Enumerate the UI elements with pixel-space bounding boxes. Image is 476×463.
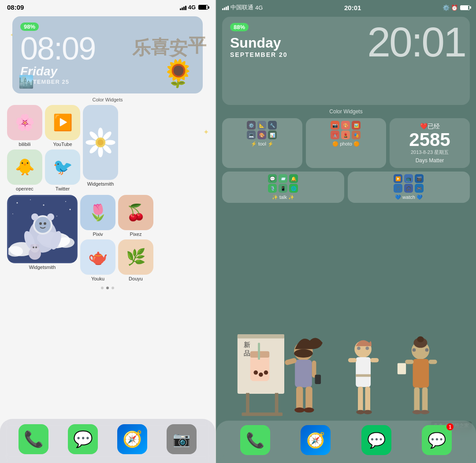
days-matter-widget[interactable]: ❤️已经 2585 2013-8-23 星期五 Days Matter <box>390 118 470 168</box>
svg-point-26 <box>31 213 38 220</box>
youtube-label: YouTube <box>53 142 72 147</box>
svg-point-60 <box>294 407 305 413</box>
widgetsmith2-label: Widgetsmith <box>29 265 56 270</box>
settings-icon-right: ⚙️ <box>443 4 450 11</box>
folder-watch-label: 💙 watch 💙 <box>395 194 423 200</box>
tool-app-6: 📊 <box>268 131 277 139</box>
photo-app-4: ✂️ <box>331 131 339 139</box>
svg-rect-70 <box>365 387 370 412</box>
battery-badge-right: 88% <box>230 23 249 31</box>
folder-photo-grid: 📷 🎨 🖼️ ✂️ 💄 🎭 <box>331 121 361 139</box>
svg-rect-78 <box>413 359 429 388</box>
tool-app-3: 🔧 <box>268 121 277 130</box>
folder-photo[interactable]: 📷 🎨 🖼️ ✂️ 💄 🎭 🟠 photo 🟠 <box>306 118 386 168</box>
folder-talk-grid: 💬 📨 🔔 🎙️ 📱 🌐 <box>268 174 299 193</box>
openrec-label: openrec <box>16 186 33 191</box>
app-openrec[interactable]: 🐥 openrec <box>7 149 42 191</box>
svg-point-28 <box>39 222 42 225</box>
signal-icon-right <box>222 5 229 10</box>
dot-2-active <box>106 287 109 289</box>
app-widgetsmith2[interactable]: Widgetsmith <box>7 195 78 270</box>
clock-widget-right: 88% 20:01 Sunday SEPTEMBER 20 <box>222 17 470 105</box>
pixiv-icon[interactable]: 🌷 <box>80 195 115 230</box>
app-pixiv[interactable]: 🌷 Pixiv <box>80 195 115 237</box>
app-youku[interactable]: 🫖 Youku <box>80 239 115 281</box>
talk-app-1: 💬 <box>268 174 277 183</box>
youku-icon[interactable]: 🫖 <box>80 239 115 275</box>
watch-app-6: 🎮 <box>415 184 424 193</box>
photo-app-5: 💄 <box>341 131 350 139</box>
svg-point-77 <box>425 348 429 352</box>
app-pixez[interactable]: 🍒 Pixez <box>118 195 153 237</box>
folder-watch[interactable]: ▶️ 📺 🎬 🎵 🎧 🎮 💙 watch 💙 <box>348 172 470 203</box>
talk-app-2: 📨 <box>279 174 287 183</box>
watch-app-2: 📺 <box>404 174 413 183</box>
dock-safari[interactable]: 🧭 <box>117 424 147 454</box>
dock-safari-right[interactable]: 🧭 <box>301 425 331 455</box>
pixez-icon[interactable]: 🍒 <box>118 195 153 230</box>
dock-wechat-right[interactable]: 💬 <box>361 425 391 455</box>
tool-app-2: 📐 <box>257 121 266 130</box>
openrec-icon[interactable]: 🐥 <box>7 149 42 185</box>
photo-app-3: 🖼️ <box>352 121 361 130</box>
svg-text:品: 品 <box>244 349 250 357</box>
svg-point-72 <box>364 410 372 414</box>
twitter-icon[interactable]: 🐦 <box>45 149 80 185</box>
app-douyu[interactable]: 🌿 Douyu <box>118 239 153 281</box>
watch-app-3: 🎬 <box>415 174 424 183</box>
carrier-info: 中国联通 4G <box>222 4 263 11</box>
svg-point-11 <box>16 202 18 203</box>
bilibili-label: bilibili <box>19 142 31 147</box>
app-row-1: 🌸 bilibili 🐥 openrec ▶️ YouTube 🐦 Twitte… <box>0 105 215 191</box>
time-left: 08:09 <box>7 4 24 11</box>
days-count: 2585 <box>409 131 450 149</box>
status-icons-left: 4G <box>180 4 208 11</box>
douyu-icon[interactable]: 🌿 <box>118 239 153 275</box>
day-right: Sunday <box>230 35 462 51</box>
widgetsmith-large-icon[interactable] <box>83 105 118 180</box>
talk-app-4: 🎙️ <box>268 184 277 193</box>
right-status-icons: ⚙️ ⏰ <box>443 4 470 11</box>
watch-app-1: ▶️ <box>394 174 402 183</box>
svg-point-48 <box>264 370 268 375</box>
dock-messages-right-wrap: 💬 1 <box>422 425 452 455</box>
tool-app-1: ⚙️ <box>247 121 256 130</box>
folder-talk[interactable]: 💬 📨 🔔 🎙️ 📱 🌐 ✨ talk ✨ <box>222 172 344 203</box>
tool-app-4: 💻 <box>247 131 256 139</box>
widgetsmith2-icon[interactable] <box>7 195 78 263</box>
date-right: SEPTEMBER 20 <box>230 51 462 58</box>
battery-badge-left: 98% <box>20 22 39 31</box>
dock-phone[interactable]: 📞 <box>19 424 48 454</box>
dock-camera[interactable]: 📷 <box>167 424 197 454</box>
svg-rect-58 <box>296 387 303 410</box>
folder-tool[interactable]: ⚙️ 📐 🔧 💻 🎨 📊 ⚡ tool ⚡ <box>222 118 302 168</box>
app-bilibili[interactable]: 🌸 bilibili <box>7 105 42 147</box>
svg-point-17 <box>56 216 57 217</box>
battery-icon-right <box>460 5 470 10</box>
folder-tool-label: ⚡ tool ⚡ <box>251 141 274 147</box>
bilibili-icon[interactable]: 🌸 <box>7 105 42 140</box>
folder-watch-grid: ▶️ 📺 🎬 🎵 🎧 🎮 <box>394 174 424 193</box>
app-youtube[interactable]: ▶️ YouTube <box>45 105 80 147</box>
app-widgetsmith-large[interactable]: Widgetsmith <box>83 105 118 187</box>
svg-point-12 <box>30 199 31 200</box>
douyu-label: Douyu <box>129 276 143 281</box>
svg-point-15 <box>69 209 71 210</box>
svg-text:新: 新 <box>244 341 250 348</box>
dot-3 <box>112 287 114 289</box>
dock-messages[interactable]: 💬 <box>68 424 98 454</box>
youku-label: Youku <box>91 276 104 281</box>
svg-rect-40 <box>238 334 284 339</box>
space-bear-svg <box>8 196 77 262</box>
svg-point-75 <box>417 336 424 343</box>
youtube-icon[interactable]: ▶️ <box>45 105 80 140</box>
svg-rect-69 <box>358 387 363 412</box>
svg-rect-79 <box>405 360 413 364</box>
status-bar-left: 08:09 4G <box>0 0 215 15</box>
talk-app-5: 📱 <box>279 184 287 193</box>
svg-point-4 <box>98 146 103 157</box>
app-twitter[interactable]: 🐦 Twitter <box>45 149 80 191</box>
photo-app-2: 🎨 <box>341 121 350 130</box>
sunflower-icon: 🌻 <box>162 58 195 89</box>
dock-phone-right[interactable]: 📞 <box>240 425 270 455</box>
